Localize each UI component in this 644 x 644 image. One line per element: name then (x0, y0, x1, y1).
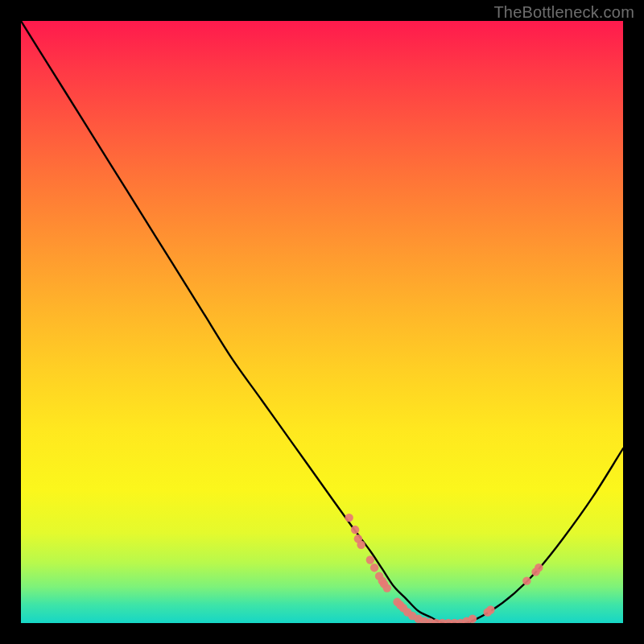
curve-marker (383, 584, 391, 592)
curve-marker (535, 564, 543, 572)
curve-marker (345, 514, 353, 522)
curve-marker (357, 541, 365, 549)
chart-svg (21, 21, 623, 623)
curve-marker (486, 605, 494, 613)
chart-area (21, 21, 623, 623)
bottleneck-curve (21, 21, 623, 623)
watermark-text: TheBottleneck.com (493, 3, 634, 22)
curve-marker (351, 526, 359, 534)
curve-marker (366, 555, 374, 564)
curve-marker (370, 564, 378, 572)
curve-markers (345, 514, 543, 623)
curve-marker (469, 615, 477, 623)
curve-marker (522, 576, 530, 584)
